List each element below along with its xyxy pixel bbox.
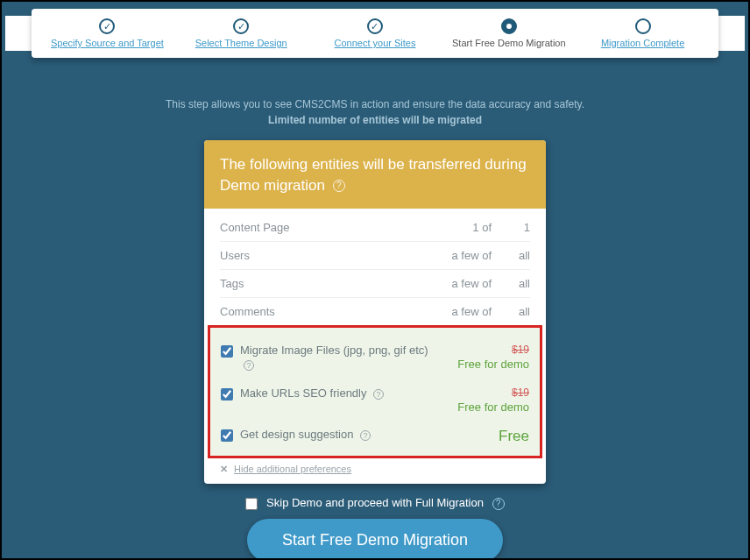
- step-start-demo: Start Free Demo Migration: [442, 18, 576, 48]
- intro-line1: This step allows you to see CMS2CMS in a…: [2, 96, 748, 112]
- strike-price: $19: [445, 344, 529, 356]
- hide-pref-text[interactable]: Hide additional preferences: [234, 464, 351, 474]
- step-label[interactable]: Migration Complete: [601, 38, 684, 48]
- option-design-suggestion: Get design suggestion ? Free: [221, 419, 529, 450]
- step-migration-complete: Migration Complete: [576, 18, 710, 48]
- option-checkbox[interactable]: [221, 429, 233, 442]
- entity-total: 1: [495, 221, 530, 234]
- option-price: $19 Free for demo: [445, 344, 529, 371]
- panel-title: The following entities will be transferr…: [220, 156, 527, 194]
- entity-row: Tags a few of all: [220, 270, 530, 298]
- help-icon[interactable]: ?: [244, 360, 254, 371]
- entity-name: Comments: [220, 305, 434, 318]
- skip-demo-label: Skip Demo and proceed with Full Migratio…: [266, 496, 484, 509]
- start-demo-button[interactable]: Start Free Demo Migration: [247, 519, 503, 560]
- help-icon[interactable]: ?: [492, 498, 505, 510]
- pending-step-icon: [635, 18, 651, 34]
- option-checkbox[interactable]: [221, 388, 233, 401]
- check-icon: [99, 18, 115, 34]
- option-label: Get design suggestion ?: [240, 428, 445, 443]
- step-label: Start Free Demo Migration: [452, 38, 566, 48]
- intro-text: This step allows you to see CMS2CMS in a…: [2, 96, 748, 128]
- entity-total: all: [495, 277, 530, 290]
- entity-name: Content Page: [220, 221, 434, 234]
- panel-header: The following entities will be transferr…: [204, 140, 546, 209]
- entity-count: 1 of: [434, 221, 495, 234]
- step-select-theme[interactable]: Select Theme Design: [174, 18, 308, 48]
- option-checkbox[interactable]: [221, 345, 233, 358]
- entity-count: a few of: [434, 277, 495, 290]
- additional-options: Migrate Image Files (jpg, png, gif etc) …: [208, 325, 542, 459]
- step-label[interactable]: Select Theme Design: [195, 38, 287, 48]
- free-label: Free for demo: [457, 358, 529, 371]
- free-label: Free: [499, 428, 529, 444]
- option-label: Migrate Image Files (jpg, png, gif etc) …: [240, 344, 445, 373]
- option-seo-urls: Make URLs SEO friendly ? $19 Free for de…: [221, 378, 529, 419]
- skip-demo-row: Skip Demo and proceed with Full Migratio…: [2, 496, 748, 510]
- active-step-icon: [501, 18, 517, 34]
- option-label: Make URLs SEO friendly ?: [240, 386, 445, 401]
- option-price: Free: [445, 428, 529, 445]
- entity-row: Content Page 1 of 1: [220, 214, 530, 242]
- step-specify-source[interactable]: Specify Source and Target: [40, 18, 174, 48]
- entity-row: Users a few of all: [220, 242, 530, 270]
- entity-row: Comments a few of all: [220, 298, 530, 325]
- skip-demo-checkbox[interactable]: [245, 498, 258, 510]
- help-icon[interactable]: ?: [333, 180, 345, 192]
- help-icon[interactable]: ?: [360, 430, 371, 441]
- check-icon: [367, 18, 383, 34]
- option-migrate-images: Migrate Image Files (jpg, png, gif etc) …: [221, 335, 529, 379]
- step-label[interactable]: Connect your Sites: [335, 38, 416, 48]
- progress-stepper: Specify Source and Target Select Theme D…: [2, 9, 748, 65]
- step-connect-sites[interactable]: Connect your Sites: [308, 18, 442, 48]
- step-bar: Specify Source and Target Select Theme D…: [32, 9, 718, 58]
- demo-panel: The following entities will be transferr…: [204, 140, 546, 484]
- entity-name: Tags: [220, 277, 434, 290]
- free-label: Free for demo: [457, 401, 529, 414]
- close-icon: ✕: [220, 464, 228, 474]
- intro-line2: Limited number of entities will be migra…: [2, 112, 748, 128]
- entity-total: all: [495, 249, 530, 262]
- entity-name: Users: [220, 249, 434, 262]
- option-price: $19 Free for demo: [445, 386, 529, 414]
- hide-preferences-link[interactable]: ✕ Hide additional preferences: [204, 458, 546, 484]
- entity-count: a few of: [434, 305, 495, 318]
- entity-total: all: [495, 305, 530, 318]
- check-icon: [233, 18, 249, 34]
- help-icon[interactable]: ?: [373, 389, 384, 400]
- step-label[interactable]: Specify Source and Target: [51, 38, 164, 48]
- entities-list: Content Page 1 of 1 Users a few of all T…: [204, 209, 546, 325]
- entity-count: a few of: [434, 249, 495, 262]
- strike-price: $19: [445, 386, 529, 399]
